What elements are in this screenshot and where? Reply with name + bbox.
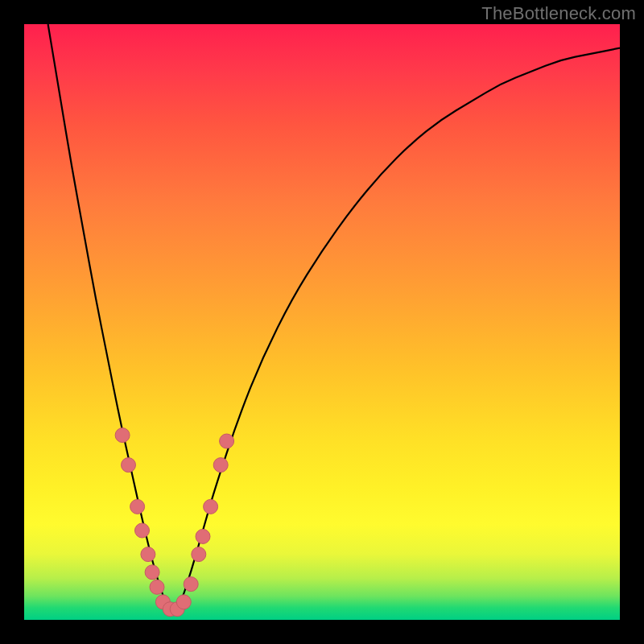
sample-dot — [220, 434, 234, 448]
sample-dots-group — [115, 428, 234, 617]
sample-dot — [213, 458, 228, 473]
sample-dot — [130, 499, 145, 514]
plot-area — [24, 24, 620, 620]
sample-dot — [192, 547, 206, 562]
sample-dot — [196, 529, 210, 543]
bottleneck-curve — [48, 24, 620, 608]
sample-dot — [184, 577, 198, 592]
chart-stage: TheBottleneck.com — [0, 0, 644, 644]
sample-dot — [145, 565, 159, 580]
sample-dot — [163, 602, 177, 617]
sample-dot — [176, 595, 191, 609]
sample-dot — [155, 595, 170, 609]
sample-dot — [150, 580, 164, 594]
sample-dot — [115, 428, 130, 443]
chart-svg — [24, 24, 620, 620]
sample-dot — [170, 602, 184, 617]
sample-dot — [122, 458, 136, 473]
sample-dot — [204, 499, 218, 514]
watermark-text: TheBottleneck.com — [481, 3, 636, 24]
sample-dot — [141, 547, 155, 562]
sample-dot — [135, 523, 150, 538]
